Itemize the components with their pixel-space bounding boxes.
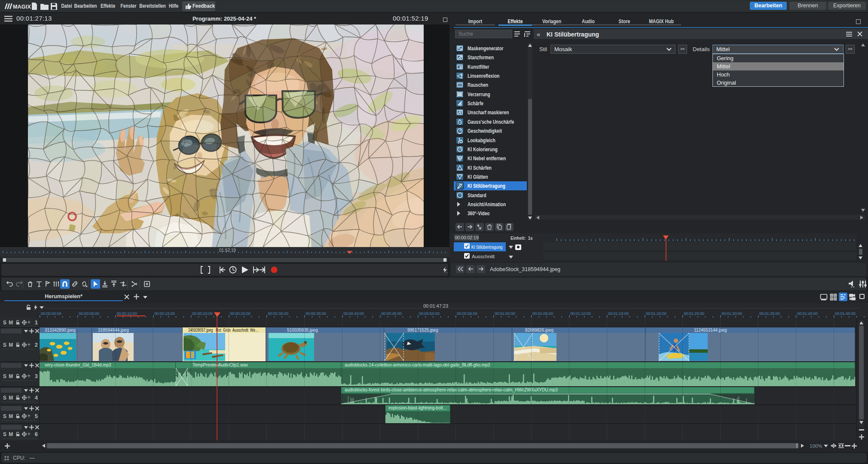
svg-text:00:00:20:00: 00:00:20:00 <box>192 311 213 316</box>
svg-text:00:01:20:00: 00:01:20:00 <box>646 311 666 316</box>
svg-text:00:01:05:00: 00:01:05:00 <box>532 311 553 316</box>
svg-text:00:00:40:00: 00:00:40:00 <box>343 311 364 316</box>
svg-text:00:00:05:00: 00:00:05:00 <box>79 311 99 316</box>
svg-text:00:00:10:00: 00:00:10:00 <box>116 311 137 316</box>
svg-text:00:00:25:00: 00:00:25:00 <box>230 311 251 316</box>
svg-text:00:00:30:00: 00:00:30:00 <box>268 311 288 316</box>
svg-text:00:00:35:00: 00:00:35:00 <box>306 311 326 316</box>
svg-text:00:01:45:00: 00:01:45:00 <box>835 311 856 316</box>
svg-text:00:00:55:00: 00:00:55:00 <box>457 311 477 316</box>
svg-text:01:52:19: 01:52:19 <box>219 248 236 253</box>
svg-text:00:01:25:00: 00:01:25:00 <box>684 311 704 316</box>
svg-text:00:00:00:00: 00:00:00:00 <box>41 311 61 316</box>
svg-text:...: ... <box>445 270 448 273</box>
svg-text:00:01:15:00: 00:01:15:00 <box>608 311 629 316</box>
svg-text:00:00:15:00: 00:00:15:00 <box>154 311 175 316</box>
svg-text:00:00:45:00: 00:00:45:00 <box>381 311 402 316</box>
svg-text:00:00:50:00: 00:00:50:00 <box>419 311 440 316</box>
svg-text:MAGIX: MAGIX <box>13 4 31 10</box>
svg-text:00:01:40:00: 00:01:40:00 <box>797 311 818 316</box>
svg-text:00:01:10:00: 00:01:10:00 <box>570 311 591 316</box>
svg-text:00:01:00:00: 00:01:00:00 <box>495 311 515 316</box>
svg-text:00:01:35:00: 00:01:35:00 <box>759 311 780 316</box>
svg-text:00:01:30:00: 00:01:30:00 <box>721 311 742 316</box>
